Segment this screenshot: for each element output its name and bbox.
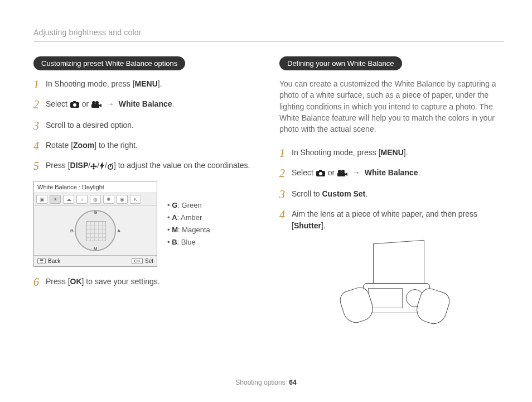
step-text: Select or → White Balance.	[46, 98, 258, 112]
svg-point-9	[91, 165, 93, 167]
lcd-mode-icon: ✺	[103, 195, 114, 204]
step-text: Select or → White Balance.	[292, 167, 504, 180]
camera-icon	[316, 169, 326, 180]
zoom-label: Zoom	[73, 141, 94, 150]
t: Press [	[46, 161, 70, 170]
step-number: 4	[279, 208, 292, 221]
footer-section: Shooting options	[235, 379, 285, 386]
legend-val: : Magenta	[178, 226, 210, 234]
lcd-mode-icon: K	[130, 195, 141, 204]
svg-rect-1	[73, 101, 76, 103]
legend-row: • B: Blue	[167, 236, 210, 248]
step-text: In Shooting mode, press [MENU].	[46, 78, 258, 90]
right-step-2: 2 Select or → White Balance.	[279, 167, 504, 180]
t: Rotate [	[46, 141, 73, 150]
lcd-footer: ☰Back OKSet	[34, 255, 157, 266]
back-label: Back	[48, 258, 60, 264]
left-column: Customizing preset White Balance options…	[33, 56, 258, 334]
flash-icon	[99, 161, 105, 173]
step-number: 2	[279, 167, 292, 179]
step-number: 3	[33, 119, 46, 132]
legend-key: A	[172, 213, 177, 222]
lcd-mode-icon: ☀	[50, 195, 61, 204]
legend-val: : Blue	[177, 238, 196, 246]
t: ].	[404, 148, 408, 157]
svg-point-7	[93, 163, 95, 165]
step-text: Scroll to a desired option.	[46, 119, 258, 131]
step-number: 5	[33, 160, 46, 172]
svg-point-8	[93, 168, 95, 169]
lcd-back: ☰Back	[37, 258, 60, 264]
t: ].	[321, 221, 326, 230]
wb-dial: G A M B	[75, 210, 116, 251]
step-text: Press [DISP///] to adjust the value on t…	[46, 160, 258, 173]
left-step-3: 3 Scroll to a desired option.	[33, 119, 258, 132]
right-intro: You can create a customized the White Ba…	[279, 78, 504, 135]
lcd-mode-icon: ◍	[90, 195, 101, 204]
t: Scroll to	[292, 189, 322, 198]
dial-grid	[86, 221, 106, 241]
step-text: Scroll to Custom Set.	[292, 188, 504, 200]
camera-icon	[70, 100, 80, 112]
legend-key: G	[172, 201, 177, 209]
legend-row: • A: Amber	[167, 212, 210, 224]
section-pill-customizing: Customizing preset White Balance options	[33, 56, 185, 70]
legend-key: B	[172, 238, 177, 246]
t: Select	[46, 99, 70, 108]
lcd-mode-icon: ▣	[36, 195, 47, 204]
back-key-icon: ☰	[37, 258, 46, 264]
menu-label: MENU	[381, 148, 404, 157]
step-text: In Shooting mode, press [MENU].	[292, 147, 504, 159]
left-step-1: 1 In Shooting mode, press [MENU].	[33, 78, 258, 90]
dial-label-b: B	[70, 228, 74, 233]
t: or	[328, 168, 337, 177]
t: ].	[158, 79, 162, 88]
section-pill-defining: Defining your own White Balance	[279, 56, 402, 70]
lcd-set: OKSet	[132, 258, 153, 264]
left-step-6: 6 Press [OK] to save your settings.	[33, 276, 258, 288]
dial-label-g: G	[94, 210, 97, 215]
menu-label: MENU	[135, 79, 158, 88]
svg-rect-17	[337, 173, 345, 176]
left-step-4: 4 Rotate [Zoom] to the right.	[33, 140, 258, 152]
right-column: Defining your own White Balance You can …	[279, 56, 504, 334]
svg-rect-5	[91, 104, 99, 108]
step-number: 1	[279, 147, 292, 159]
t: ] to save your settings.	[82, 277, 160, 286]
footer-page-number: 64	[289, 379, 296, 386]
hands-camera-illustration	[325, 240, 459, 334]
lcd-preview: White Balance : Daylight ▣ ☀ ☁ ☼ ◍ ✺ ◉ K…	[33, 181, 157, 267]
header-rule	[33, 41, 504, 42]
left-steps: 1 In Shooting mode, press [MENU]. 2 Sele…	[33, 78, 258, 173]
right-steps: 1 In Shooting mode, press [MENU]. 2 Sele…	[279, 147, 504, 232]
custom-set-label: Custom Set	[322, 189, 365, 198]
dial-label-a: A	[117, 228, 120, 233]
page-footer: Shooting options 64	[0, 379, 532, 386]
left-steps-cont: 6 Press [OK] to save your settings.	[33, 276, 258, 288]
lcd-mode-icon: ◉	[117, 195, 128, 204]
right-step-1: 1 In Shooting mode, press [MENU].	[279, 147, 504, 159]
video-icon	[337, 169, 348, 180]
arrow: →	[350, 168, 362, 177]
step-number: 3	[279, 188, 292, 200]
camera-screen-icon	[368, 288, 403, 308]
legend-key: M	[172, 226, 178, 234]
svg-point-2	[73, 103, 76, 107]
left-step-5: 5 Press [DISP///] to adjust the value on…	[33, 160, 258, 173]
lcd-icon-row: ▣ ☀ ☁ ☼ ◍ ✺ ◉ K	[34, 193, 157, 206]
t: In Shooting mode, press [	[292, 148, 381, 157]
timer-icon	[107, 161, 114, 173]
legend-val: : Green	[177, 201, 201, 209]
set-label: Set	[145, 258, 153, 264]
shutter-label: Shutter	[294, 221, 321, 230]
arrow: →	[104, 99, 117, 108]
t: Select	[292, 168, 316, 177]
legend-val: : Amber	[177, 213, 202, 222]
step-number: 2	[33, 98, 46, 111]
svg-point-14	[319, 172, 322, 175]
left-step-2: 2 Select or → White Balance.	[33, 98, 258, 112]
disp-label: DISP	[70, 161, 89, 170]
video-icon	[91, 100, 102, 112]
step-number: 1	[33, 78, 46, 90]
lcd-body: G A M B	[34, 206, 157, 255]
